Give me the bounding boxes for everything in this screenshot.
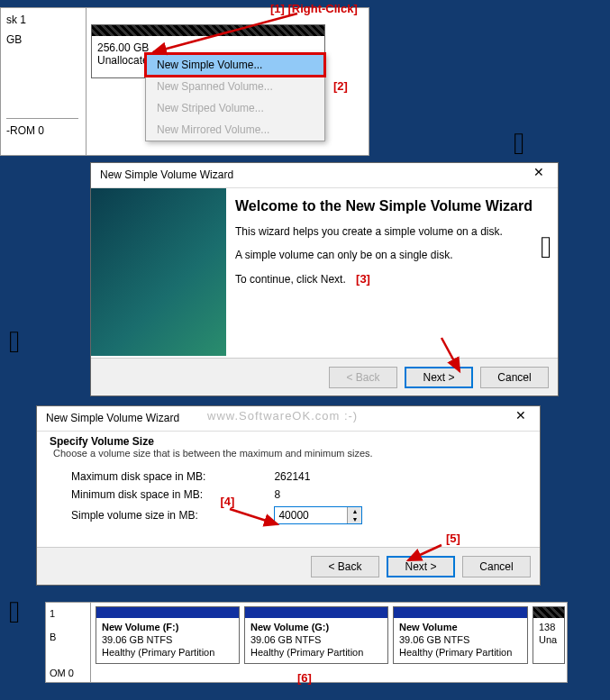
volume-info: 39.06 GB NTFS — [102, 634, 172, 645]
volume-g[interactable]: New Volume (G:) 39.06 GB NTFS Healthy (P… — [244, 606, 388, 664]
wizard1-p3: To continue, click Next. — [235, 273, 346, 286]
volume-status: Healthy (Primary Partition — [399, 647, 512, 658]
wizard2-heading: Specify Volume Size — [37, 432, 540, 448]
volume-status: Healthy (Primary Partition — [102, 647, 214, 658]
max-value: 262141 — [267, 468, 369, 486]
disk-idx: 1 — [50, 608, 86, 619]
close-icon[interactable]: ✕ — [525, 165, 552, 185]
disk-management-result: 1 B OM 0 New Volume (F:) 39.06 GB NTFS H… — [45, 602, 568, 683]
back-button: < Back — [329, 367, 397, 388]
volume-info: 39.06 GB NTFS — [399, 634, 469, 645]
wizard1-p1: This wizard helps you create a simple vo… — [235, 225, 549, 238]
volume-bar — [245, 607, 387, 618]
stickman-icon: 𓀡 — [514, 126, 524, 161]
wizard1-graphic — [91, 188, 226, 356]
back-button[interactable]: < Back — [311, 556, 379, 577]
wizard2-titlebar: New Simple Volume Wizard ✕ — [37, 406, 540, 432]
annotation-3: [3] — [356, 272, 370, 286]
volume-name: New Volume (G:) — [250, 622, 329, 632]
min-value: 8 — [267, 486, 369, 504]
volume-bar — [533, 607, 564, 618]
stickman-icon: 𓀙 — [9, 595, 20, 630]
menu-item-new-striped-volume[interactable]: New Striped Volume... — [146, 97, 324, 119]
stickman-icon: 𓀟 — [9, 324, 20, 359]
next-button[interactable]: Next > — [405, 367, 473, 388]
volume-bar — [394, 607, 527, 618]
wizard2-title: New Simple Volume Wizard — [46, 412, 179, 424]
disk-unit: B — [50, 632, 86, 642]
next-button[interactable]: Next > — [387, 556, 455, 577]
spinner-down-icon[interactable]: ▼ — [348, 515, 361, 523]
cancel-button[interactable]: Cancel — [480, 367, 549, 388]
volume-tail[interactable]: 138 Una — [533, 606, 565, 664]
wizard2-sub: Choose a volume size that is between the… — [37, 448, 540, 459]
wizard1-titlebar: New Simple Volume Wizard ✕ — [91, 163, 558, 188]
menu-item-new-spanned-volume[interactable]: New Spanned Volume... — [146, 76, 324, 97]
unalloc-size: 256.00 GB — [97, 41, 319, 54]
wizard-size: New Simple Volume Wizard ✕ Specify Volum… — [36, 405, 541, 586]
disk-list-left: sk 1 GB -ROM 0 — [1, 8, 86, 155]
wizard1-buttons: < Back Next > Cancel — [91, 358, 558, 395]
close-icon[interactable]: ✕ — [507, 408, 534, 428]
size-input[interactable] — [275, 507, 347, 523]
wizard-welcome: New Simple Volume Wizard ✕ Welcome to th… — [90, 162, 559, 396]
disk-label: sk 1 — [6, 14, 80, 26]
volume-name: New Volume (F:) — [102, 622, 178, 632]
wizard1-heading: Welcome to the New Simple Volume Wizard — [235, 198, 549, 214]
size-spinner[interactable]: ▲ ▼ — [274, 506, 362, 524]
cdrom-label: -ROM 0 — [6, 118, 78, 137]
spinner-arrows[interactable]: ▲ ▼ — [347, 507, 361, 523]
menu-item-new-simple-volume[interactable]: New Simple Volume... — [146, 54, 324, 76]
max-label: Maximum disk space in MB: — [64, 468, 213, 486]
volume-new[interactable]: New Volume 39.06 GB NTFS Healthy (Primar… — [393, 606, 528, 664]
wizard1-p2: A simple volume can only be on a single … — [235, 249, 549, 261]
volume-status: Healthy (Primary Partition — [250, 647, 363, 658]
volume-f[interactable]: New Volume (F:) 39.06 GB NTFS Healthy (P… — [96, 606, 240, 664]
volume-info: 39.06 GB NTFS — [250, 634, 321, 645]
cancel-button[interactable]: Cancel — [462, 556, 531, 577]
size-label: Simple volume size in MB: — [64, 504, 213, 527]
disk-management-top: sk 1 GB -ROM 0 256.00 GB Unallocate New … — [0, 7, 369, 156]
disk-size: GB — [6, 33, 80, 46]
cdrom-label: OM 0 — [50, 668, 74, 678]
volume-tail-label: Una — [539, 634, 557, 645]
volume-bar — [96, 607, 239, 618]
menu-item-new-mirrored-volume[interactable]: New Mirrored Volume... — [146, 119, 324, 141]
volume-name: New Volume — [399, 622, 458, 632]
disk-list-left: 1 B OM 0 — [46, 603, 91, 682]
wizard1-title: New Simple Volume Wizard — [100, 168, 233, 181]
wizard1-body: Welcome to the New Simple Volume Wizard … — [235, 195, 549, 356]
context-menu: New Simple Volume... New Spanned Volume.… — [145, 53, 325, 141]
wizard2-buttons: < Back Next > Cancel — [37, 547, 540, 585]
min-label: Minimum disk space in MB: — [64, 486, 213, 504]
spinner-up-icon[interactable]: ▲ — [348, 507, 361, 515]
partition-stripe — [92, 25, 324, 36]
wizard2-body: Maximum disk space in MB: 262141 Minimum… — [37, 459, 540, 536]
volume-tail-size: 138 — [539, 622, 555, 632]
